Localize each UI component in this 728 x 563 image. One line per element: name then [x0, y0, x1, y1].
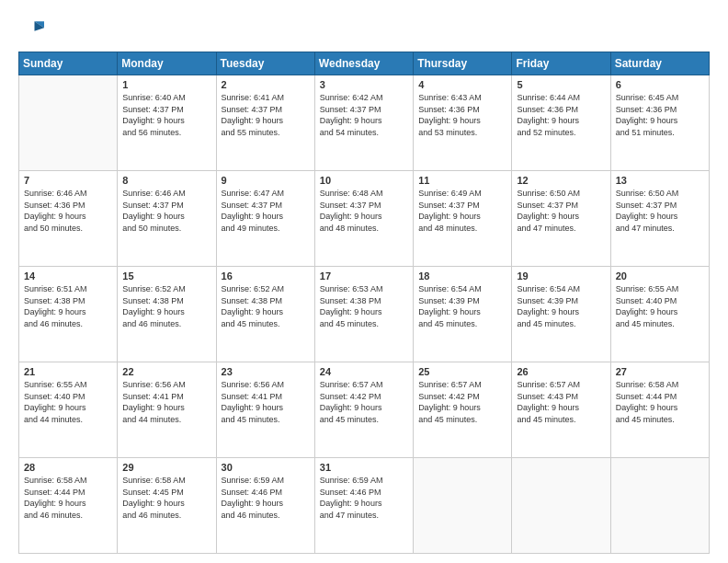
day-number: 20	[616, 270, 704, 282]
day-info: Sunrise: 6:50 AM Sunset: 4:37 PM Dayligh…	[616, 188, 704, 234]
header-area	[18, 17, 710, 42]
day-info: Sunrise: 6:52 AM Sunset: 4:38 PM Dayligh…	[222, 283, 310, 329]
day-info: Sunrise: 6:57 AM Sunset: 4:43 PM Dayligh…	[517, 379, 605, 425]
calendar-table: SundayMondayTuesdayWednesdayThursdayFrid…	[18, 52, 710, 554]
header-cell-monday: Monday	[118, 52, 216, 75]
day-number: 9	[222, 175, 310, 186]
day-cell	[512, 458, 610, 554]
day-number: 13	[616, 175, 704, 186]
day-number: 7	[24, 175, 112, 186]
week-row-0: 1Sunrise: 6:40 AM Sunset: 4:37 PM Daylig…	[19, 75, 710, 171]
day-info: Sunrise: 6:54 AM Sunset: 4:39 PM Dayligh…	[418, 283, 506, 329]
day-number: 26	[517, 366, 605, 377]
day-cell: 25Sunrise: 6:57 AM Sunset: 4:42 PM Dayli…	[414, 362, 512, 458]
day-cell: 18Sunrise: 6:54 AM Sunset: 4:39 PM Dayli…	[414, 267, 512, 362]
week-row-3: 21Sunrise: 6:55 AM Sunset: 4:40 PM Dayli…	[19, 362, 710, 458]
day-cell: 29Sunrise: 6:58 AM Sunset: 4:45 PM Dayli…	[118, 458, 216, 554]
day-cell: 23Sunrise: 6:56 AM Sunset: 4:41 PM Dayli…	[216, 362, 314, 458]
header-cell-tuesday: Tuesday	[216, 52, 314, 75]
day-cell: 3Sunrise: 6:42 AM Sunset: 4:37 PM Daylig…	[314, 75, 413, 171]
day-number: 4	[418, 79, 506, 90]
header-cell-sunday: Sunday	[19, 52, 118, 75]
day-number: 30	[222, 462, 310, 473]
header-cell-thursday: Thursday	[414, 52, 512, 75]
day-number: 5	[517, 79, 605, 90]
day-cell: 28Sunrise: 6:58 AM Sunset: 4:44 PM Dayli…	[19, 458, 118, 554]
day-cell	[414, 458, 512, 554]
day-cell: 13Sunrise: 6:50 AM Sunset: 4:37 PM Dayli…	[610, 171, 709, 267]
day-info: Sunrise: 6:44 AM Sunset: 4:36 PM Dayligh…	[517, 92, 605, 138]
week-row-2: 14Sunrise: 6:51 AM Sunset: 4:38 PM Dayli…	[19, 267, 710, 362]
day-cell: 30Sunrise: 6:59 AM Sunset: 4:46 PM Dayli…	[216, 458, 314, 554]
day-number: 2	[222, 79, 310, 90]
day-number: 11	[418, 175, 506, 186]
day-cell: 11Sunrise: 6:49 AM Sunset: 4:37 PM Dayli…	[414, 171, 512, 267]
day-cell: 21Sunrise: 6:55 AM Sunset: 4:40 PM Dayli…	[19, 362, 118, 458]
day-number: 22	[122, 366, 210, 377]
day-number: 12	[517, 175, 605, 186]
day-info: Sunrise: 6:58 AM Sunset: 4:44 PM Dayligh…	[24, 475, 112, 521]
day-number: 1	[122, 79, 210, 90]
day-number: 18	[418, 270, 506, 282]
day-number: 23	[222, 366, 310, 377]
day-number: 15	[122, 270, 210, 282]
day-number: 14	[24, 270, 112, 282]
day-cell: 12Sunrise: 6:50 AM Sunset: 4:37 PM Dayli…	[512, 171, 610, 267]
day-info: Sunrise: 6:47 AM Sunset: 4:37 PM Dayligh…	[222, 188, 310, 234]
day-number: 21	[24, 366, 112, 377]
logo	[18, 17, 48, 42]
week-row-4: 28Sunrise: 6:58 AM Sunset: 4:44 PM Dayli…	[19, 458, 710, 554]
day-cell	[610, 458, 709, 554]
day-info: Sunrise: 6:45 AM Sunset: 4:36 PM Dayligh…	[616, 92, 704, 138]
page: SundayMondayTuesdayWednesdayThursdayFrid…	[0, 0, 728, 563]
day-info: Sunrise: 6:56 AM Sunset: 4:41 PM Dayligh…	[222, 379, 310, 425]
day-cell	[19, 75, 118, 171]
day-cell: 10Sunrise: 6:48 AM Sunset: 4:37 PM Dayli…	[314, 171, 413, 267]
day-info: Sunrise: 6:46 AM Sunset: 4:36 PM Dayligh…	[24, 188, 112, 234]
day-cell: 24Sunrise: 6:57 AM Sunset: 4:42 PM Dayli…	[314, 362, 413, 458]
day-cell: 5Sunrise: 6:44 AM Sunset: 4:36 PM Daylig…	[512, 75, 610, 171]
day-info: Sunrise: 6:42 AM Sunset: 4:37 PM Dayligh…	[320, 92, 408, 138]
day-number: 19	[517, 270, 605, 282]
day-cell: 1Sunrise: 6:40 AM Sunset: 4:37 PM Daylig…	[118, 75, 216, 171]
day-info: Sunrise: 6:50 AM Sunset: 4:37 PM Dayligh…	[517, 188, 605, 234]
day-info: Sunrise: 6:58 AM Sunset: 4:45 PM Dayligh…	[122, 475, 210, 521]
day-cell: 15Sunrise: 6:52 AM Sunset: 4:38 PM Dayli…	[118, 267, 216, 362]
day-cell: 7Sunrise: 6:46 AM Sunset: 4:36 PM Daylig…	[19, 171, 118, 267]
header-cell-friday: Friday	[512, 52, 610, 75]
day-number: 17	[320, 270, 408, 282]
day-cell: 4Sunrise: 6:43 AM Sunset: 4:36 PM Daylig…	[414, 75, 512, 171]
day-info: Sunrise: 6:57 AM Sunset: 4:42 PM Dayligh…	[418, 379, 506, 425]
day-number: 27	[616, 366, 704, 377]
day-cell: 6Sunrise: 6:45 AM Sunset: 4:36 PM Daylig…	[610, 75, 709, 171]
svg-rect-0	[18, 17, 44, 42]
day-info: Sunrise: 6:57 AM Sunset: 4:42 PM Dayligh…	[320, 379, 408, 425]
calendar-header-row: SundayMondayTuesdayWednesdayThursdayFrid…	[19, 52, 710, 75]
day-info: Sunrise: 6:40 AM Sunset: 4:37 PM Dayligh…	[122, 92, 210, 138]
day-number: 3	[320, 79, 408, 90]
day-info: Sunrise: 6:58 AM Sunset: 4:44 PM Dayligh…	[616, 379, 704, 425]
day-cell: 2Sunrise: 6:41 AM Sunset: 4:37 PM Daylig…	[216, 75, 314, 171]
day-cell: 31Sunrise: 6:59 AM Sunset: 4:46 PM Dayli…	[314, 458, 413, 554]
day-number: 6	[616, 79, 704, 90]
week-row-1: 7Sunrise: 6:46 AM Sunset: 4:36 PM Daylig…	[19, 171, 710, 267]
day-cell: 16Sunrise: 6:52 AM Sunset: 4:38 PM Dayli…	[216, 267, 314, 362]
day-number: 24	[320, 366, 408, 377]
day-info: Sunrise: 6:54 AM Sunset: 4:39 PM Dayligh…	[517, 283, 605, 329]
day-info: Sunrise: 6:52 AM Sunset: 4:38 PM Dayligh…	[122, 283, 210, 329]
day-info: Sunrise: 6:55 AM Sunset: 4:40 PM Dayligh…	[24, 379, 112, 425]
day-number: 10	[320, 175, 408, 186]
day-cell: 14Sunrise: 6:51 AM Sunset: 4:38 PM Dayli…	[19, 267, 118, 362]
day-cell: 17Sunrise: 6:53 AM Sunset: 4:38 PM Dayli…	[314, 267, 413, 362]
day-info: Sunrise: 6:41 AM Sunset: 4:37 PM Dayligh…	[222, 92, 310, 138]
day-info: Sunrise: 6:56 AM Sunset: 4:41 PM Dayligh…	[122, 379, 210, 425]
day-number: 25	[418, 366, 506, 377]
day-cell: 19Sunrise: 6:54 AM Sunset: 4:39 PM Dayli…	[512, 267, 610, 362]
day-info: Sunrise: 6:49 AM Sunset: 4:37 PM Dayligh…	[418, 188, 506, 234]
day-number: 16	[222, 270, 310, 282]
day-number: 29	[122, 462, 210, 473]
logo-icon	[18, 17, 44, 42]
day-info: Sunrise: 6:59 AM Sunset: 4:46 PM Dayligh…	[320, 475, 408, 521]
day-cell: 9Sunrise: 6:47 AM Sunset: 4:37 PM Daylig…	[216, 171, 314, 267]
day-info: Sunrise: 6:51 AM Sunset: 4:38 PM Dayligh…	[24, 283, 112, 329]
